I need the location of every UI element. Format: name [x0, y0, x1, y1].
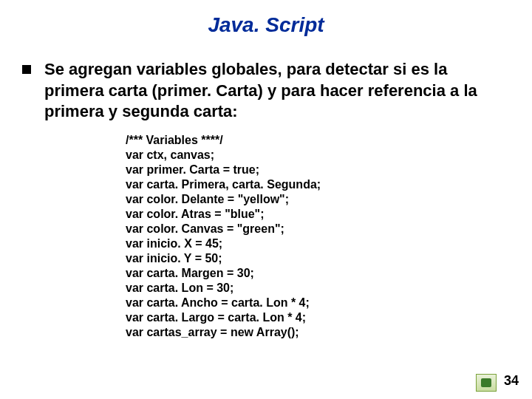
logo-icon	[476, 374, 497, 392]
page-number: 34	[504, 373, 519, 389]
code-block: /*** Variables ****/ var ctx, canvas; va…	[126, 133, 532, 340]
bullet-text: Se agregan variables globales, para dete…	[44, 59, 505, 123]
slide-title: Java. Script	[0, 0, 532, 37]
square-bullet-icon	[22, 65, 31, 74]
slide: Java. Script Se agregan variables global…	[0, 0, 532, 399]
bullet-row: Se agregan variables globales, para dete…	[0, 37, 532, 123]
